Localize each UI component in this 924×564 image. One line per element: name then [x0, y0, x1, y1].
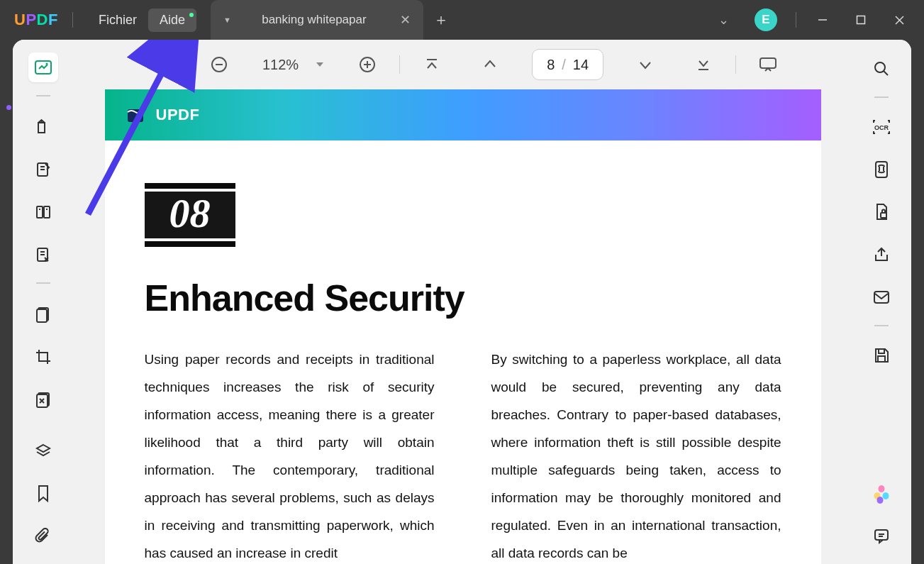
close-tab-icon[interactable]: ✕ — [397, 12, 413, 28]
app-logo: UPDF — [14, 11, 58, 29]
svg-rect-35 — [874, 292, 889, 303]
svg-point-30 — [875, 62, 885, 72]
search-button[interactable] — [867, 54, 896, 84]
chapter-number-badge: 08 — [145, 183, 235, 247]
document-area: 112% 8 / 14 — [74, 40, 852, 564]
comment-tool-button[interactable] — [28, 112, 58, 142]
indicator-dot — [6, 105, 11, 110]
attachments-button[interactable] — [28, 521, 58, 551]
body-columns: Using paper records and receipts in trad… — [145, 346, 781, 564]
svg-rect-33 — [876, 162, 887, 177]
main-container: 112% 8 / 14 — [13, 40, 911, 564]
svg-rect-37 — [878, 356, 885, 362]
tab-title: banking whitepapar — [244, 13, 384, 27]
separator — [36, 282, 50, 284]
separator — [874, 325, 889, 326]
svg-point-5 — [46, 63, 48, 65]
form-tool-button[interactable] — [28, 240, 58, 270]
total-pages: 14 — [573, 57, 589, 73]
zoom-out-button[interactable] — [207, 52, 231, 77]
page-headline: Enhanced Security — [145, 277, 781, 319]
brand-icon — [125, 104, 146, 126]
notification-dot — [189, 13, 194, 17]
prev-page-button[interactable] — [478, 52, 502, 77]
convert-button[interactable] — [867, 155, 896, 184]
pdf-page: UPDF 08 Enhanced Security Using paper re… — [105, 89, 821, 564]
svg-rect-34 — [881, 213, 886, 218]
first-page-button[interactable] — [420, 52, 444, 77]
window-controls: ⌄ E — [707, 6, 915, 34]
bookmarks-button[interactable] — [28, 479, 58, 509]
column-left: Using paper records and receipts in trad… — [145, 346, 435, 564]
separator — [874, 96, 889, 98]
share-button[interactable] — [867, 240, 896, 270]
save-button[interactable] — [867, 341, 896, 370]
next-page-button[interactable] — [633, 52, 657, 77]
last-page-button[interactable] — [691, 52, 716, 77]
zoom-in-button[interactable] — [355, 52, 379, 77]
ocr-button[interactable]: OCR — [867, 112, 896, 142]
layers-button[interactable] — [28, 436, 58, 466]
maximize-button[interactable] — [845, 6, 877, 34]
page-banner: UPDF — [105, 89, 821, 140]
zoom-dropdown-icon[interactable] — [313, 52, 327, 77]
document-viewport[interactable]: UPDF 08 Enhanced Security Using paper re… — [74, 89, 852, 564]
current-page: 8 — [547, 57, 555, 73]
svg-rect-1 — [857, 16, 865, 24]
title-bar: UPDF Fichier Aide ▼ banking whitepapar ✕… — [0, 0, 924, 40]
presentation-button[interactable] — [756, 52, 780, 77]
separator — [796, 12, 796, 28]
minimize-button[interactable] — [806, 6, 839, 34]
edit-pdf-button[interactable] — [28, 155, 58, 184]
ai-assistant-button[interactable] — [867, 479, 896, 509]
svg-rect-17 — [37, 309, 47, 322]
more-dropdown-icon[interactable]: ⌄ — [707, 6, 740, 33]
column-right: By switching to a paperless workplace, a… — [491, 346, 781, 564]
reader-mode-button[interactable] — [28, 52, 58, 82]
close-window-button[interactable] — [883, 6, 915, 34]
redact-tool-button[interactable] — [28, 385, 58, 414]
user-avatar[interactable]: E — [755, 9, 777, 31]
zoom-level[interactable]: 112% — [258, 57, 303, 73]
chat-button[interactable] — [867, 521, 896, 551]
separator — [36, 95, 50, 96]
svg-text:OCR: OCR — [874, 124, 889, 131]
protect-button[interactable] — [867, 197, 896, 227]
menu-help[interactable]: Aide — [148, 9, 196, 32]
separator — [735, 55, 736, 74]
brand-name: UPDF — [156, 106, 200, 124]
right-toolbar: OCR — [852, 40, 911, 564]
svg-rect-10 — [44, 206, 50, 218]
new-tab-button[interactable]: ＋ — [423, 0, 459, 40]
svg-rect-28 — [760, 58, 776, 68]
page-indicator[interactable]: 8 / 14 — [532, 49, 603, 80]
view-toolbar: 112% 8 / 14 — [74, 40, 852, 89]
svg-line-31 — [884, 71, 888, 75]
separator — [72, 12, 73, 28]
document-tab[interactable]: ▼ banking whitepapar ✕ — [211, 0, 423, 40]
svg-rect-36 — [879, 349, 884, 353]
svg-rect-9 — [37, 206, 43, 218]
page-tools-button[interactable] — [28, 299, 58, 329]
tab-dropdown-icon[interactable]: ▼ — [223, 16, 231, 24]
separator — [399, 55, 400, 74]
crop-tool-button[interactable] — [28, 342, 58, 372]
page-organize-button[interactable] — [28, 197, 58, 227]
menu-file[interactable]: Fichier — [87, 9, 148, 32]
tab-strip: ▼ banking whitepapar ✕ ＋ — [211, 0, 459, 40]
email-button[interactable] — [867, 282, 896, 312]
page-separator: / — [562, 57, 566, 73]
left-toolbar — [13, 40, 74, 564]
